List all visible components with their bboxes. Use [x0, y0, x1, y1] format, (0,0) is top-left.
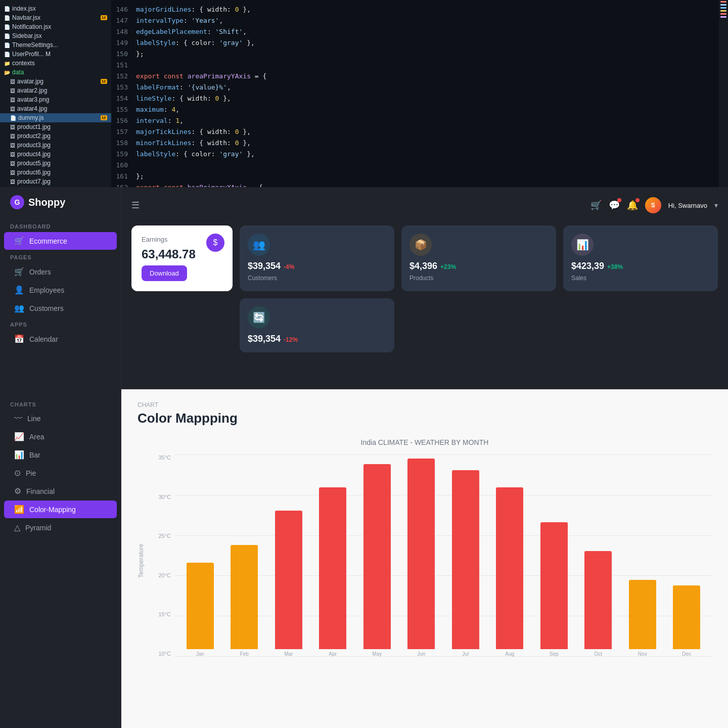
- folder-data[interactable]: 📂 data: [0, 68, 111, 77]
- sidebar-item-employees[interactable]: 👤 Employees: [4, 281, 117, 299]
- user-dropdown-icon[interactable]: ▾: [714, 201, 718, 209]
- logo-icon: G: [10, 195, 24, 209]
- file-item-notification[interactable]: 📄 Notification.jsx: [0, 22, 111, 31]
- file-item-avatar[interactable]: 🖼 avatar.jpg M: [0, 77, 111, 86]
- image-icon: 🖼: [10, 88, 15, 94]
- file-item-navbar[interactable]: 📄 Navbar.jsx M: [0, 13, 111, 22]
- file-item-avatar4[interactable]: 🖼 avatar4.jpg: [0, 104, 111, 113]
- file-item-theme[interactable]: 📄 ThemeSettings...: [0, 40, 111, 50]
- notification-icon[interactable]: 🔔: [627, 200, 638, 211]
- folder-icon: 📁: [4, 61, 10, 66]
- file-item-avatar3[interactable]: 🖼 avatar3.png: [0, 95, 111, 104]
- charts-item-label: Line: [27, 415, 40, 423]
- file-item-product6[interactable]: 🖼 product6.jpg: [0, 168, 111, 177]
- pie-chart-icon: ⊙: [14, 468, 21, 478]
- bar-group: Apr: [312, 454, 354, 657]
- minimap-bar: [720, 7, 726, 9]
- bar: [452, 470, 479, 649]
- refunds-stat-icon: 🔄: [248, 306, 270, 329]
- charts-item-pie[interactable]: ⊙ Pie: [4, 464, 117, 482]
- chart-body: JanFebMarAprMayJunJulAugSepOctNovDec: [175, 454, 712, 667]
- bar: [584, 551, 612, 649]
- sidebar-item-ecommerce[interactable]: 🛒 Ecommerce: [4, 232, 117, 250]
- file-item-product3[interactable]: 🖼 product3.jpg: [0, 141, 111, 150]
- stats-grid: Earnings 63,448.78 $ Download 👥 $39,354 …: [131, 225, 718, 352]
- file-item-dummy[interactable]: 📄 dummy.js M: [0, 113, 111, 122]
- bar-month-label: Jul: [462, 651, 469, 657]
- charts-item-bar[interactable]: 📊 Bar: [4, 446, 117, 464]
- dashboard-section: G Shoppy DASHBOARD 🛒 Ecommerce PAGES 🛒 O…: [0, 187, 728, 389]
- apps-section-label: APPS: [0, 317, 121, 330]
- calendar-icon: 📅: [14, 334, 24, 344]
- charts-item-pyramid[interactable]: △ Pyramid: [4, 519, 117, 536]
- file-item-userprofile[interactable]: 📄 UserProfil... M: [0, 50, 111, 59]
- charts-item-area[interactable]: 📈 Area: [4, 428, 117, 445]
- sidebar-item-calendar[interactable]: 📅 Calendar: [4, 330, 117, 348]
- minimap-bar: [720, 16, 726, 18]
- pages-section-label: PAGES: [0, 250, 121, 262]
- chat-badge: [617, 198, 621, 202]
- bar: [496, 487, 523, 649]
- file-icon: 📄: [4, 52, 10, 57]
- minimap-bar: [720, 1, 726, 3]
- products-value: $4,396 +23%: [410, 261, 548, 271]
- bar-chart-area: Temperature 35°C 30°C 25°C 20°C 15°C 10°…: [138, 454, 712, 667]
- bar-month-label: Dec: [682, 651, 691, 657]
- bar-month-label: Apr: [329, 651, 337, 657]
- charts-item-label: Bar: [29, 451, 40, 459]
- customers-stat-icon: 👥: [248, 234, 270, 256]
- notification-badge: [635, 198, 640, 202]
- minimap-bar: [720, 13, 726, 15]
- sidebar-item-orders[interactable]: 🛒 Orders: [4, 263, 117, 281]
- folder-contexts[interactable]: 📁 contexts: [0, 59, 111, 68]
- sidebar: G Shoppy DASHBOARD 🛒 Ecommerce PAGES 🛒 O…: [0, 187, 121, 389]
- dashboard-section-label: DASHBOARD: [0, 219, 121, 232]
- charts-item-financial[interactable]: ⚙ Financial: [4, 482, 117, 500]
- image-icon: 🖼: [10, 161, 15, 166]
- file-item-product5[interactable]: 🖼 product5.jpg: [0, 159, 111, 168]
- sidebar-item-label: Ecommerce: [29, 237, 67, 245]
- sidebar-item-label: Employees: [29, 286, 64, 294]
- bar-month-label: Jan: [196, 651, 204, 657]
- file-item-product7[interactable]: 🖼 product7.jpg: [0, 177, 111, 186]
- file-item-sidebar[interactable]: 📄 Sidebar.jsx: [0, 31, 111, 40]
- file-item-product2[interactable]: 🖼 product2.jpg: [0, 131, 111, 141]
- avatar[interactable]: S: [645, 197, 661, 213]
- bar: [540, 522, 568, 649]
- image-icon: 🖼: [10, 79, 15, 84]
- bar-group: Jun: [400, 454, 443, 657]
- charts-section: CHARTS 〰 Line 📈 Area 📊 Bar ⊙ Pie ⚙ Finan…: [0, 389, 728, 728]
- minimap-bar: [720, 4, 726, 6]
- charts-item-line[interactable]: 〰 Line: [4, 410, 117, 427]
- editor-minimap: [719, 0, 728, 187]
- image-icon: 🖼: [10, 143, 15, 148]
- charts-item-label: Pyramid: [25, 524, 51, 532]
- image-icon: 🖼: [10, 106, 15, 112]
- y-axis-title: Temperature: [138, 454, 148, 667]
- earnings-icon: $: [206, 234, 224, 252]
- file-icon: 📄: [4, 6, 10, 12]
- customers-icon: 👥: [14, 303, 24, 313]
- charts-item-color-mapping[interactable]: 📶 Color-Mapping: [4, 500, 117, 518]
- dashboard-header: ☰ 🛒 💬 🔔 S Hi, Swarnavo ▾: [131, 197, 718, 213]
- file-tree: 📄 index.jsx 📄 Navbar.jsx M 📄 Notificatio…: [0, 0, 111, 187]
- sales-value: $423,39 +38%: [571, 261, 710, 271]
- image-icon: 🖼: [10, 170, 15, 175]
- bar-group: Feb: [223, 454, 266, 657]
- file-item-index[interactable]: 📄 index.jsx: [0, 4, 111, 13]
- bars-row: JanFebMarAprMayJunJulAugSepOctNovDec: [175, 454, 712, 657]
- cart-icon[interactable]: 🛒: [590, 200, 602, 211]
- sidebar-item-customers[interactable]: 👥 Customers: [4, 299, 117, 317]
- charts-sidebar: CHARTS 〰 Line 📈 Area 📊 Bar ⊙ Pie ⚙ Finan…: [0, 389, 121, 728]
- js-icon: 📄: [10, 115, 16, 121]
- file-item-product1[interactable]: 🖼 product1.jpg: [0, 122, 111, 131]
- download-button[interactable]: Download: [142, 265, 187, 281]
- bar-month-label: May: [372, 651, 382, 657]
- bar: [187, 563, 214, 649]
- file-item-avatar2[interactable]: 🖼 avatar2.jpg: [0, 86, 111, 95]
- file-item-product4[interactable]: 🖼 product4.jpg: [0, 150, 111, 159]
- menu-toggle-button[interactable]: ☰: [131, 200, 140, 211]
- image-icon: 🖼: [10, 152, 15, 157]
- logo-text: Shoppy: [28, 197, 65, 208]
- chat-icon[interactable]: 💬: [609, 200, 620, 211]
